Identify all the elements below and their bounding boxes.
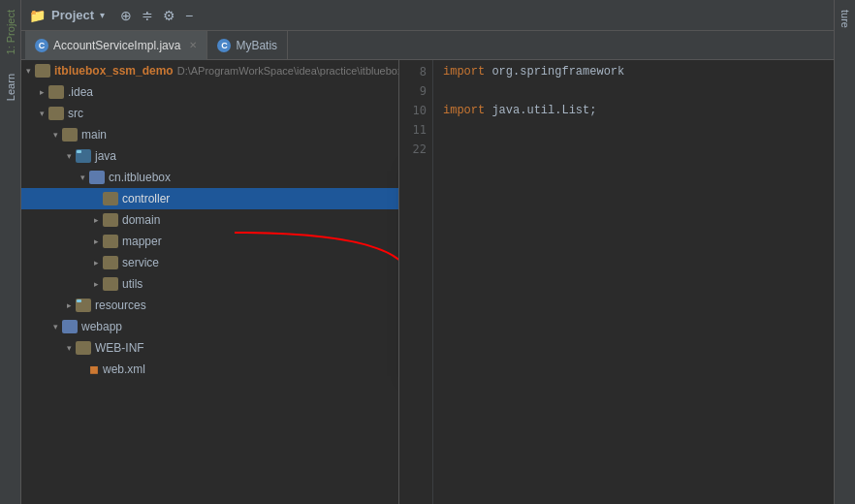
tree-item-controller[interactable]: controller <box>21 188 398 209</box>
java-special-folder-icon <box>76 149 91 163</box>
tree-item-webapp[interactable]: webapp <box>21 316 398 337</box>
body-area: itbluebox_ssm_demo D:\AProgramWorkSpace\… <box>21 60 834 504</box>
domain-folder-icon <box>103 213 118 227</box>
toolbar: 📁 Project ▾ ⊕ ≑ ⚙ − <box>21 0 834 31</box>
tree-item-service[interactable]: service <box>21 252 398 273</box>
file-tree-panel: itbluebox_ssm_demo D:\AProgramWorkSpace\… <box>21 60 399 504</box>
resources-label: resources <box>95 299 146 312</box>
tree-item-main[interactable]: main <box>21 124 398 145</box>
code-content: import org.springframework import java.u… <box>433 60 834 504</box>
webinf-arrow <box>62 343 76 353</box>
root-folder-icon <box>35 64 50 78</box>
tree-item-utils[interactable]: utils <box>21 273 398 295</box>
java-arrow <box>62 151 76 161</box>
root-label: itbluebox_ssm_demo <box>54 64 174 78</box>
java-label: java <box>95 149 116 163</box>
webapp-arrow <box>48 322 62 331</box>
controller-folder-icon <box>103 192 118 205</box>
resources-arrow <box>62 300 76 310</box>
tab-account-service[interactable]: C AccountServiceImpl.java ✕ <box>25 31 207 60</box>
webxml-icon: ◼ <box>89 362 99 376</box>
idea-folder-icon <box>48 85 64 99</box>
tab-close-button[interactable]: ✕ <box>189 40 197 50</box>
idea-arrow <box>35 87 48 97</box>
tab-c-icon: C <box>35 39 48 52</box>
toolbar-icons: ⊕ ≑ ⚙ − <box>120 8 193 23</box>
tree-item-webinf[interactable]: WEB-INF <box>21 337 398 359</box>
tree-root[interactable]: itbluebox_ssm_demo D:\AProgramWorkSpace\… <box>21 60 398 81</box>
pkg-folder-icon <box>89 171 105 184</box>
tab-label: AccountServiceImpl.java <box>53 39 180 52</box>
tab-c-icon-2: C <box>217 39 231 52</box>
main-label: main <box>81 128 107 142</box>
tree-item-webxml[interactable]: ◼ web.xml <box>21 359 398 380</box>
toolbar-title: Project <box>51 8 94 22</box>
main-arrow <box>48 130 62 140</box>
add-icon[interactable]: ⊕ <box>120 8 132 23</box>
toolbar-dropdown-arrow[interactable]: ▾ <box>100 10 105 20</box>
domain-label: domain <box>122 213 160 227</box>
toolbar-left: 📁 Project ▾ <box>29 8 105 23</box>
right-tab-item[interactable]: ture <box>837 0 854 38</box>
tree-item-src[interactable]: src <box>21 103 398 124</box>
main-content: 📁 Project ▾ ⊕ ≑ ⚙ − C AccountServiceImpl… <box>21 0 834 504</box>
service-arrow <box>89 258 103 268</box>
src-arrow <box>35 109 48 118</box>
controller-label: controller <box>122 192 170 205</box>
resources-special-icon <box>76 299 91 312</box>
main-folder-icon <box>62 128 78 142</box>
pkg-arrow <box>76 173 89 182</box>
tree-item-idea[interactable]: .idea <box>21 81 398 103</box>
service-folder-icon <box>103 256 118 269</box>
pkg-label: cn.itbluebox <box>109 171 171 184</box>
idea-label: .idea <box>68 85 93 99</box>
src-folder-icon <box>48 107 64 120</box>
sync-icon[interactable]: ≑ <box>142 8 153 23</box>
code-panel: 8 9 10 11 22 import org.springframework … <box>399 60 834 504</box>
utils-label: utils <box>122 277 142 291</box>
tab-label-2: MyBatis <box>236 39 277 52</box>
right-sidebar-tab: ture <box>834 0 855 504</box>
learn-tab[interactable]: Learn <box>2 64 19 110</box>
src-label: src <box>68 107 83 120</box>
webinf-label: WEB-INF <box>95 341 144 355</box>
tree-item-package[interactable]: cn.itbluebox <box>21 167 398 188</box>
domain-arrow <box>89 215 103 225</box>
mapper-folder-icon <box>103 235 118 248</box>
webxml-label: web.xml <box>103 362 145 376</box>
tree-item-mapper[interactable]: mapper <box>21 231 398 252</box>
root-arrow <box>21 66 35 76</box>
left-sidebar-tabs: 1: Project Learn <box>0 0 21 504</box>
tree-item-domain[interactable]: domain <box>21 209 398 231</box>
tab-bar: C AccountServiceImpl.java ✕ C MyBatis <box>21 31 834 60</box>
tab-mybatis[interactable]: C MyBatis <box>207 31 288 60</box>
service-label: service <box>122 256 159 269</box>
tree-item-java[interactable]: java <box>21 145 398 167</box>
utils-arrow <box>89 279 103 289</box>
line-numbers: 8 9 10 11 22 <box>399 60 433 504</box>
project-tab[interactable]: 1: Project <box>2 0 19 64</box>
tree-item-resources[interactable]: resources <box>21 295 398 316</box>
mapper-label: mapper <box>122 235 162 248</box>
project-folder-icon: 📁 <box>29 8 46 23</box>
mapper-arrow <box>89 236 103 246</box>
webapp-label: webapp <box>81 320 122 333</box>
root-path: D:\AProgramWorkSpace\idea\practice\itblu… <box>177 65 399 77</box>
utils-folder-icon <box>103 277 118 291</box>
minimize-icon[interactable]: − <box>185 8 193 23</box>
webapp-folder-icon <box>62 320 78 333</box>
webinf-folder-icon <box>76 341 91 355</box>
settings-icon[interactable]: ⚙ <box>163 8 175 23</box>
